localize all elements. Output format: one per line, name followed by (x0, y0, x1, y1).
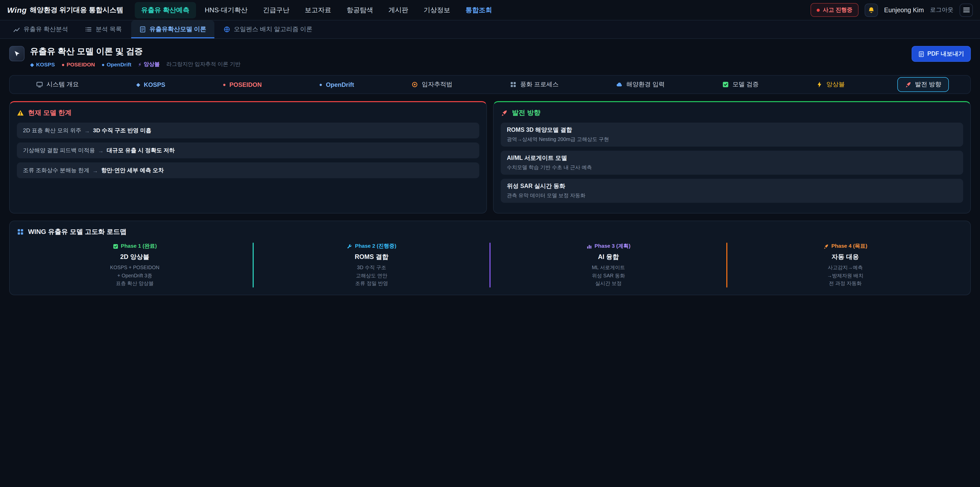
roadmap-title: WING 유출유 모델 고도화 로드맵 (28, 227, 127, 236)
page-header: 유출유 확산 모델 이론 및 검증 ◆ KOSPS ● POSEIDON ● O… (0, 39, 980, 74)
menu-button[interactable] (959, 3, 973, 17)
section-nav-label: 모델 검증 (732, 80, 759, 89)
circle-icon: ● (223, 82, 226, 87)
phase-detail: 위성 SAR 동화 (490, 271, 726, 279)
arrow-icon: → (98, 147, 103, 153)
cursor-pointer-icon (13, 50, 21, 57)
badge-label: OpenDrift (107, 61, 131, 67)
future-item-desc: 관측 유막 데이터 모델 보정 자동화 (507, 192, 957, 199)
phase-title: ROMS 결합 (254, 253, 490, 262)
section-nav-label: KOSPS (144, 81, 165, 88)
future-item-title: ROMS 3D 해양모델 결합 (507, 126, 957, 134)
section-nav-label: 앙상블 (826, 80, 845, 89)
cloud-icon (616, 81, 623, 88)
arrow-icon: → (84, 128, 90, 134)
phase-detail: 3D 수직 구조 (254, 263, 490, 271)
lightning-icon (816, 81, 823, 88)
badge-label: POSEIDON (67, 61, 95, 67)
future-direction-panel: 발전 방향 ROMS 3D 해양모델 결합 광역→상세역 Nesting 200… (493, 101, 971, 214)
tab-analysis-list[interactable]: 분석 목록 (77, 21, 130, 38)
phase-detail: ML 서로게이트 (490, 263, 726, 271)
phase-title: 2D 앙상블 (17, 253, 253, 262)
nav-item-hns-air-diffusion[interactable]: HNS·대기확산 (198, 2, 254, 18)
pdf-export-button[interactable]: PDF 내보내기 (912, 46, 971, 62)
page-title: 유출유 확산 모델 이론 및 검증 (30, 46, 240, 57)
section-nav-model-validation[interactable]: 모델 검증 (717, 77, 764, 92)
roadmap-phase-3: Phase 3 (계획) AI 융합 ML 서로게이트 위성 SAR 동화 실시… (490, 243, 726, 287)
tab-label: 오일펜스 배치 알고리즘 이론 (234, 25, 312, 34)
phase-detail: →방제자원 배치 (727, 271, 963, 279)
incident-status-label: 사고 진행중 (823, 6, 853, 14)
tab-label: 분석 목록 (96, 25, 122, 34)
future-item-desc: 광역→상세역 Nesting 200m급 고해상도 구현 (507, 136, 957, 143)
section-nav-particle-tracking[interactable]: 입자추적법 (407, 77, 458, 92)
nav-item-aerial-search[interactable]: 항공탐색 (340, 2, 380, 18)
top-navigation-bar: Wing 해양환경 위기대응 통합시스템 유출유 확산예측 HNS·대기확산 긴… (0, 0, 980, 21)
phase-badge: Phase 3 (계획) (490, 243, 726, 250)
nav-item-weather-info[interactable]: 기상정보 (417, 2, 457, 18)
arrow-icon: → (92, 167, 98, 173)
limitation-cause: 2D 표층 확산 모의 위주 (23, 127, 81, 134)
incident-status-badge[interactable]: 사고 진행중 (811, 3, 859, 17)
badge-label: KOSPS (36, 61, 55, 67)
particle-target-icon (412, 81, 418, 88)
sub-tab-bar: 유출유 확산분석 분석 목록 유출유확산모델 이론 오일펜스 배치 알고리즘 이… (0, 21, 980, 39)
list-icon (86, 26, 92, 33)
phase-detail: 사고감지→예측 (727, 263, 963, 271)
phase-badge: Phase 2 (진행중) (254, 243, 490, 250)
phase-detail: 전 과정 자동화 (727, 279, 963, 287)
phase-detail: 고해상도 연안 (254, 271, 490, 279)
phase-detail: KOSPS + POSEIDON (17, 263, 253, 271)
section-nav-label: POSEIDON (229, 81, 262, 88)
section-nav-opendrift[interactable]: ● OpenDrift (314, 78, 360, 91)
nav-item-board[interactable]: 게시판 (382, 2, 415, 18)
section-nav-weathering-process[interactable]: 풍화 프로세스 (505, 77, 564, 92)
pdf-document-icon (918, 51, 924, 57)
hamburger-icon (963, 6, 970, 14)
app-logo[interactable]: Wing 해양환경 위기대응 통합시스템 (7, 5, 123, 14)
section-nav-kosps[interactable]: ◆ KOSPS (131, 78, 170, 91)
phase-badge-label: Phase 1 (완료) (121, 243, 157, 250)
notifications-button[interactable] (865, 3, 878, 17)
limitation-effect: 대규모 유출 시 정확도 저하 (107, 147, 175, 154)
topnav-right-cluster: 사고 진행중 Eunjeong Kim 로그아웃 (811, 3, 973, 17)
limitation-effect: 3D 수직 구조 반영 미흡 (93, 127, 151, 134)
diamond-icon: ◆ (30, 62, 34, 67)
page-subtitle: 라그랑지안 입자추적 이론 기반 (166, 61, 241, 68)
content-panels: 현재 모델 한계 2D 표층 확산 모의 위주 → 3D 수직 구조 반영 미흡… (9, 101, 971, 214)
nav-item-oil-spill-forecast[interactable]: 유출유 확산예측 (135, 2, 196, 18)
check-square-icon (113, 243, 118, 249)
section-nav-ensemble[interactable]: 앙상블 (811, 77, 850, 92)
logout-button[interactable]: 로그아웃 (930, 6, 953, 14)
roadmap-panel: WING 유출유 모델 고도화 로드맵 Phase 1 (완료) 2D 앙상블 … (9, 220, 971, 295)
roadmap-phase-4: Phase 4 (목표) 자동 대응 사고감지→예측 →방제자원 배치 전 과정… (727, 243, 963, 287)
tab-model-theory[interactable]: 유출유확산모델 이론 (131, 21, 215, 38)
section-nav-label: 해양환경 입력 (626, 80, 665, 89)
limitation-cause: 조류 조화상수 분해능 한계 (23, 166, 89, 174)
limitation-item: 2D 표층 확산 모의 위주 → 3D 수직 구조 반영 미흡 (17, 123, 479, 139)
badge-opendrift: ● OpenDrift (102, 61, 131, 67)
nav-item-integrated-search[interactable]: 통합조회 (459, 2, 499, 18)
section-nav-future-direction[interactable]: 발전 방향 (897, 77, 949, 92)
section-nav-label: 발전 방향 (915, 80, 941, 89)
badge-poseidon: ● POSEIDON (62, 61, 95, 67)
section-nav-ocean-environment-input[interactable]: 해양환경 입력 (611, 77, 670, 92)
nav-item-emergency-rescue[interactable]: 긴급구난 (256, 2, 296, 18)
phase-badge-label: Phase 2 (진행중) (355, 243, 396, 250)
tab-spill-analysis[interactable]: 유출유 확산분석 (5, 21, 76, 38)
section-nav-label: 입자추적법 (422, 80, 452, 89)
nav-item-reports[interactable]: 보고자료 (298, 2, 338, 18)
bell-icon (868, 6, 875, 14)
tab-label: 유출유확산모델 이론 (149, 25, 206, 34)
phase-detail: 실시간 보정 (490, 279, 726, 287)
tab-boom-algorithm-theory[interactable]: 오일펜스 배치 알고리즘 이론 (215, 21, 321, 38)
limits-panel-header: 현재 모델 한계 (17, 108, 479, 118)
phase-badge: Phase 4 (목표) (727, 243, 963, 250)
section-nav-poseidon[interactable]: ● POSEIDON (218, 78, 267, 91)
globe-icon (224, 26, 230, 33)
grid-icon (510, 81, 517, 88)
current-model-limits-panel: 현재 모델 한계 2D 표층 확산 모의 위주 → 3D 수직 구조 반영 미흡… (9, 101, 487, 214)
section-nav-system-overview[interactable]: 시스템 개요 (31, 77, 84, 92)
future-item-desc: 수치모델 학습 기반 수초 내 근사 예측 (507, 164, 957, 171)
circle-icon: ● (319, 82, 322, 87)
